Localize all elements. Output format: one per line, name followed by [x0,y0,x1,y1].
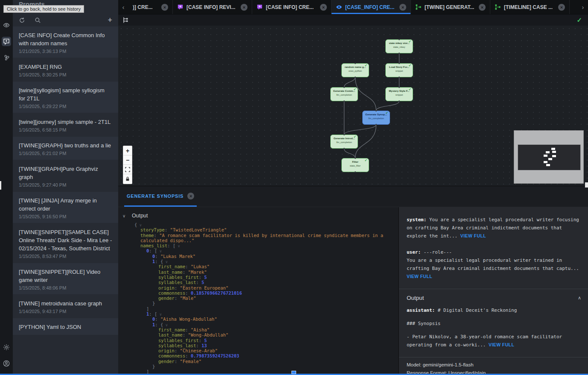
list-item[interactable]: [CASE INFO] Create Common Info with rand… [13,26,118,58]
close-icon[interactable]: × [399,4,406,11]
list-item[interactable]: [TWINE][GRAPH]Pure Graphviz graph1/15/20… [13,160,118,191]
prompt-timestamp: 1/16/2025, 6:21:02 PM [19,151,112,156]
graph-node[interactable]: ✓Generate Synop...llm_completion [362,111,390,125]
prompt-timestamp: 1/15/2025, 9:27:40 PM [19,182,112,188]
message-line: on crafting Bay Area criminal indictment… [407,224,582,232]
json-line: } [134,364,398,369]
workflow-knot-icon[interactable] [2,53,11,62]
result-output-header[interactable]: Output ∧ [407,289,582,306]
json-line: gender: "Female" [134,359,398,364]
graph-node[interactable]: ✓Generate Comm...llm_completion [330,87,358,101]
left-resize-handle[interactable] [0,181,1,190]
graph-node[interactable]: ✓state mkey stor...state_mkey [385,39,413,53]
list-item[interactable]: [twine][syllogism] sample syllogism for … [13,82,118,113]
list-item[interactable]: [twine][journey] simple sample - 2T1L1/1… [13,113,118,136]
message-text: - Petar Nikolov, a 38-year-old romance s… [407,334,562,340]
chevron-up-icon[interactable]: ∧ [578,295,581,301]
add-prompt-button[interactable]: + [108,16,112,24]
view-full-link[interactable]: VIEW FULL [489,342,514,347]
node-success-icon: ✓ [364,64,367,68]
list-item[interactable]: [TWINE] [JINJA] Array merge in correct o… [13,192,118,223]
minimap-viewport[interactable] [518,144,581,170]
lock-button[interactable] [123,174,132,184]
tab[interactable]: [TWINE] GENERAT...× [411,0,490,14]
workflow-valid-check-icon: ✓ [576,16,582,24]
tab[interactable]: [CASE_INFO] CRE...× [332,0,411,14]
model-name: Model: gemini/gemini-1.5-flash [407,361,580,369]
canvas-controls: + − [123,146,132,184]
tab-strip: )] CRE...×[CASE INFO] REVI...×[CASE INFO… [128,0,578,14]
main-area: ‹ )] CRE...×[CASE INFO] REVI...×[CASE IN… [118,0,588,375]
chevron-down-icon[interactable]: ∨ [122,214,128,218]
list-item[interactable]: [PYTHON] Yaml to JSON [13,318,118,335]
tabs-scroll-right-icon[interactable]: › [578,0,588,14]
tab[interactable]: [TIMELINE] CASE ...× [490,0,570,14]
tab-generate-synopsis[interactable]: GENERATE SYNOPSIS × [124,186,197,207]
json-line: ] [134,306,398,311]
tab[interactable]: [CASE INFO] REVI...× [173,0,252,14]
fit-view-button[interactable] [123,165,132,174]
graph-layout-icon[interactable] [122,17,129,23]
json-line: 0: "Lukas Marek" [134,254,398,259]
prompt-messages: system: You are a specialist legal proce… [407,216,582,289]
close-icon[interactable]: × [558,4,565,11]
workflow-canvas[interactable]: ✓state mkey stor...state_mkey✓random nam… [118,26,588,186]
node-success-icon: ✓ [353,135,356,139]
json-line: 1: { ∨ [134,322,398,327]
zoom-out-button[interactable]: − [123,155,132,165]
json-line: names_list: [ ∨ [134,243,398,248]
json-line: storyType: "TwistedLoveTriangle" [134,227,398,232]
close-icon[interactable]: × [241,4,247,11]
json-line: 1: { ∨ [134,259,398,264]
json-line: gender: "Male" [134,296,398,301]
output-section-header[interactable]: ∨ Output [118,207,398,222]
zoom-in-button[interactable]: + [123,146,132,155]
gear-icon[interactable] [2,343,11,352]
json-line: { ∨ [134,222,398,227]
list-item[interactable]: [TWINE][SNIPPET][SAMPLE CASE] Online Thr… [13,223,118,263]
prompt-timestamp: 1/21/2025, 3:36:13 PM [19,49,112,54]
prompt-title: [TWINE] metroidvania case graph [19,299,112,308]
graph-node[interactable]: ✓Mystery Style F...snippet [385,87,413,101]
prompt-timestamp: 1/14/2025, 9:43:17 PM [19,309,112,314]
eye-icon[interactable] [2,21,11,30]
tab-label: )] CRE... [133,4,153,10]
json-line: origin: "Chinese-Arab" [134,348,398,353]
search-icon[interactable] [35,17,41,23]
json-line: 0: [ ∨ [134,248,398,253]
close-icon[interactable]: × [479,4,486,11]
minimap-node [548,158,552,160]
graph-node[interactable]: ✓Generate Introd...llm_completion [330,135,358,149]
list-item[interactable]: [EXAMPLE] RNG1/16/2025, 8:30:25 PM [13,58,118,81]
graph-node[interactable]: ✓Load Story For...snippet [385,63,413,77]
view-full-link[interactable]: VIEW FULL [407,274,432,279]
user-account-icon[interactable] [2,359,11,368]
tab[interactable]: )] CRE...× [128,0,173,14]
json-line: 1: [ ∨ [134,311,398,316]
prompt-result-panel: system: You are a specialist legal proce… [399,207,588,374]
graph-node[interactable]: ✓Filterstate_filter [341,158,369,172]
bottom-resize-handle[interactable] [291,371,296,374]
message-line: crafting Bay Area criminal indictment do… [407,264,582,272]
close-icon[interactable]: × [320,4,327,11]
message-block: system: You are a specialist legal proce… [407,216,582,240]
right-resize-handle[interactable] [585,182,588,188]
prompts-chat-icon[interactable] [2,37,11,46]
json-line: last_name: "Wong-Abdullah" [134,332,398,337]
view-full-link[interactable]: VIEW FULL [460,233,486,238]
close-icon[interactable]: × [161,4,168,11]
message-text: You are a specialist legal procedural wr… [426,217,579,223]
list-item[interactable]: [TWINE][GRAPH} two truths and a lie1/16/… [13,137,118,160]
prompt-title: [TWINE][GRAPH} two truths and a lie [19,141,112,149]
list-item[interactable]: [TWINE][SNIPPET][ROLE] Video game writer… [13,263,118,294]
output-section-label: Output [132,213,148,219]
tab[interactable]: [CASE INFO] CRE...× [252,0,332,14]
tabs-scroll-left-icon[interactable]: ‹ [118,0,128,14]
message-block: assistant: # Digital Deceit's Reckoning#… [407,306,582,349]
minimap[interactable] [514,130,584,184]
list-item[interactable]: [TWINE] metroidvania case graph1/14/2025… [13,295,118,318]
prompt-title: [EXAMPLE] RNG [19,63,112,71]
close-icon[interactable]: × [187,193,194,199]
refresh-icon[interactable] [19,17,25,23]
graph-node[interactable]: ✓random name g...exec_python [341,63,369,77]
